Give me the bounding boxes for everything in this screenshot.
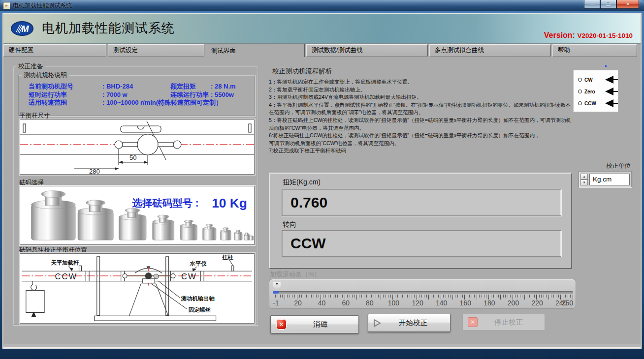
demagnetize-button[interactable]: ✕ 消磁 xyxy=(270,315,359,333)
diagram-cw-label: CW xyxy=(181,272,197,281)
weights-caption-label: 选择砝码型号 : xyxy=(131,197,198,209)
torque-value: 0.760 xyxy=(282,189,561,215)
version-value: V2020-01-15-1010 xyxy=(577,32,633,39)
window-bottom-bevel xyxy=(3,344,641,348)
minimize-button[interactable]: — xyxy=(584,0,600,9)
indicator-row-zero: Zero xyxy=(574,86,618,97)
rod-section-label: 平衡杆尺寸 xyxy=(19,112,50,120)
diagram-post-label: 挂柱 xyxy=(222,254,233,260)
spec-model-value: : BHD-284 xyxy=(102,83,133,90)
indicator-label: CCW xyxy=(584,101,599,106)
app-header: M 电机加载性能测试系统 Version: V2020-01-15-1010 xyxy=(3,14,641,44)
spec-model-label: 当前测功机型号 xyxy=(29,83,102,91)
tab-multipoint-fit-curve[interactable]: 多点测试拟合曲线 xyxy=(429,44,551,57)
stop-sign-x-icon: ✕ xyxy=(276,319,287,330)
spec-row-3: 适用转速范围: 100~10000 r/min(特殊转速范围可定制） xyxy=(29,99,255,107)
direction-indicator-legend: CW Zero CCW xyxy=(573,70,618,112)
spec-row-2: 短时运行功率: 7000 w 连续运行功率: 5500w xyxy=(29,91,255,99)
slider-tick: 40 xyxy=(318,299,326,307)
stop-calibration-label: 停止校正 xyxy=(478,318,540,327)
direction-display: CCW xyxy=(282,230,561,257)
arrow-left-icon xyxy=(605,88,618,95)
version-text: Version: V2020-01-15-1010 xyxy=(544,31,633,40)
slider-tick: -1 xyxy=(273,299,279,307)
dyno-spec-rows: 当前测功机型号: BHD-284 额定扭矩: 28 N.m 短时运行功率: 70… xyxy=(19,75,255,107)
slider-ruler-minor xyxy=(273,295,573,298)
play-outline-icon xyxy=(373,319,381,328)
load-slider[interactable]: ▼ -1 20 40 60 80 100 120 140 160 180 200… xyxy=(269,279,576,309)
process-line: 6:将校正砝码挂上CCW的挂栓处，读测试软件的“扭矩显示值”（扭矩=砝码的重量x… xyxy=(269,132,571,140)
spinner-down-icon[interactable]: ▼ xyxy=(580,180,588,185)
slider-tick: 140 xyxy=(436,299,447,307)
app-frame: M 电机加载性能测试系统 Version: V2020-01-15-1010 硬… xyxy=(2,13,642,349)
diagram-lever-label: 天平加载杆 xyxy=(51,260,79,266)
unit-spinner: ▲ ▼ xyxy=(580,174,588,185)
stop-calibration-button[interactable]: ✕ 停止校正 xyxy=(462,314,545,330)
start-calibration-button[interactable]: 开始校正 xyxy=(368,314,451,332)
stop-x-icon: ✕ xyxy=(468,317,478,327)
torque-display: 0.760 xyxy=(282,189,561,216)
direction-value: CCW xyxy=(282,231,561,256)
diagram-level-label: 水平仪 xyxy=(190,261,207,267)
slider-tick: 120 xyxy=(412,299,423,307)
rod-dim-280: 280 xyxy=(89,168,100,174)
process-line: 4：将平衡杆调制水平位置，点击测试软件的“开始校正”按钮。在“扭矩显示值”控件读… xyxy=(269,101,571,109)
content-area: 校正准备 测功机规格说明 当前测功机型号: BHD-284 额定扭矩: 28 N… xyxy=(3,57,641,344)
window-title: 电机加载性能测试系统 xyxy=(13,1,72,10)
tab-test-settings[interactable]: 测试设定 xyxy=(108,44,204,57)
process-line: 可调节测功机后面板的“CCW”电位器，将其调至范围内。 xyxy=(269,140,571,148)
indicator-row-cw: CW xyxy=(574,74,618,86)
page-title: 电机加载性能测试系统 xyxy=(42,20,175,37)
weights-image: 选择砝码型号 : 10 Kg xyxy=(20,186,255,245)
brand-logo-icon: M xyxy=(10,20,34,37)
indicator-label: CW xyxy=(584,77,599,83)
spec-speedrange-value: : 100~10000 r/min(特殊转速范围可定制） xyxy=(102,99,222,106)
slider-tick: 80 xyxy=(366,299,374,307)
spinner-up-icon[interactable]: ▲ xyxy=(580,174,588,180)
slider-tick: 250 xyxy=(562,299,573,307)
process-instructions: 1：将测功机固定在工作台或支架上，将底板调整至水平位置。 2：将加载平衡杆固定在… xyxy=(269,78,571,155)
tab-hardware-config[interactable]: 硬件配置 xyxy=(3,44,106,57)
process-line: 2：将加载平衡杆固定在测功机输出轴上。 xyxy=(269,86,571,94)
maximize-button[interactable]: ❐ xyxy=(600,0,616,9)
tab-test-interface[interactable]: 测试界面 xyxy=(206,44,305,57)
spec-row-1: 当前测功机型号: BHD-284 额定扭矩: 28 N.m xyxy=(29,83,255,91)
diagram-shaft-label: 测功机输出轴 xyxy=(181,296,215,301)
spec-shortpower-label: 短时运行功率 xyxy=(29,91,102,99)
load-slider-label: 加载滚动条（%） xyxy=(270,270,321,279)
indicator-label: Zero xyxy=(584,89,599,94)
unit-label: 校正单位 xyxy=(606,162,631,170)
app-icon[interactable]: ▸ xyxy=(3,2,10,9)
unit-value-field[interactable]: Kg.cm xyxy=(589,174,630,185)
balance-rod-diagram: 50 280 xyxy=(20,120,255,175)
diagram-ccw-label: CCW xyxy=(55,272,78,281)
slider-track[interactable] xyxy=(273,291,573,294)
led-icon xyxy=(578,78,582,82)
start-calibration-label: 开始校正 xyxy=(381,318,445,328)
process-line: 后面板的“CW”电位器，将其调至范围内。 xyxy=(269,124,571,132)
process-line: 7:校正完成取下校正平衡杆和砝码 xyxy=(269,147,571,155)
process-line: 3：用测功机控制器或24V直流电源将测功机加载到最大输出扭矩。 xyxy=(269,93,571,101)
svg-text:M: M xyxy=(22,24,30,34)
dyno-spec-title: 测功机规格说明 xyxy=(22,71,69,80)
indicator-row-ccw: CCW xyxy=(574,97,618,109)
process-title: 校正测功机流程解析 xyxy=(272,67,332,76)
slider-handle[interactable]: ▼ xyxy=(273,282,281,290)
slider-tick: 180 xyxy=(483,299,495,307)
slider-fill xyxy=(273,291,279,294)
direction-label: 转向 xyxy=(283,220,296,229)
titlebar[interactable]: ▸ 电机加载性能测试系统 — ❐ ✕ xyxy=(0,0,644,11)
dyno-spec-group: 测功机规格说明 当前测功机型号: BHD-284 额定扭矩: 28 N.m 短时… xyxy=(18,75,255,116)
tab-help[interactable]: 帮助 xyxy=(552,44,637,57)
tab-bar: 硬件配置 测试设定 测试界面 测试数据/测试曲线 多点测试拟合曲线 帮助 xyxy=(3,44,641,57)
slider-tick: 160 xyxy=(460,299,471,307)
tab-test-data-curves[interactable]: 测试数据/测试曲线 xyxy=(306,44,428,57)
spec-shortpower-value: : 7000 w xyxy=(102,91,128,98)
cursor-dot xyxy=(605,65,607,67)
hang-position-diagram: CCW CW xyxy=(20,253,255,324)
slider-tick: 100 xyxy=(388,299,399,307)
process-line: 在范围内，可调节测功机后面板的“调零”电位器，将其调至范围内。 xyxy=(269,109,571,117)
led-icon xyxy=(578,90,582,93)
close-button[interactable]: ✕ xyxy=(616,0,639,9)
slider-tick: 20 xyxy=(294,299,302,307)
